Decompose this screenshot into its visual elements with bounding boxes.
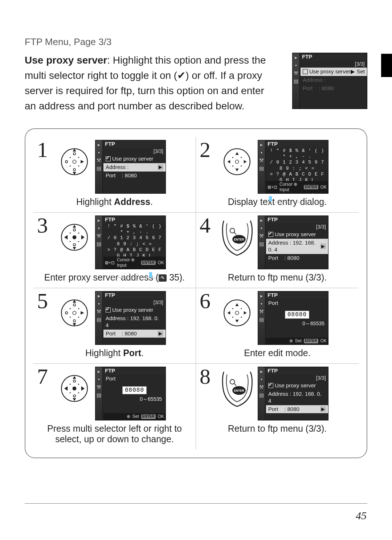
step-lcd: ▸•⚒▤ FTP ! " # $ % & ' ( ) * + , - . / 0… [95,215,166,269]
step-5: 5 ▸•⚒▤ FTP [3/3] Use proxy server Addres… [33,288,196,364]
multi-selector-icon [220,291,254,335]
step-4: 4 ENTER ▸•⚒▤ FTP [3/3] Use proxy server … [196,213,359,288]
svg-point-70 [70,392,71,393]
lcd-subtitle: Port [103,375,166,383]
lcd-title: FTP [103,291,166,299]
port-range: 0～65535 [103,395,166,403]
svg-point-71 [78,392,79,393]
svg-text:ENTER: ENTER [234,238,244,241]
svg-marker-14 [235,152,238,155]
lcd-title: FTP [266,367,328,375]
svg-point-11 [78,165,79,166]
row-port: Port : 8080▶ [103,330,166,338]
svg-point-68 [70,384,71,385]
lcd-title: FTP [103,216,166,223]
intro-lcd: ▸ • ⚒ ▤ FTP [3/3] Use proxy server ▶ Set… [292,53,367,109]
svg-marker-24 [64,235,68,239]
row-use-proxy: Use proxy server [266,382,328,390]
intro-block: Use proxy server: Highlight this option … [25,53,367,114]
svg-point-46 [70,308,71,309]
lcd-pagenum: [3/3] [301,61,367,68]
svg-point-19 [241,157,242,158]
svg-point-59 [241,317,242,318]
svg-point-31 [78,233,79,234]
step-1: 1 ▸•⚒▤ FTP [3/3] Use proxy server Addres… [33,137,196,213]
text-input-line: 192. 168. 0. 4 [106,271,163,278]
port-value-box: 08080 [103,387,166,394]
svg-point-23 [73,235,77,239]
help-bar: ⊠+⊡Cursor ⊕ InputENTEROK [266,181,328,193]
lcd-title: FTP [103,140,166,148]
row-port: Port : 8080 [266,254,328,262]
svg-point-1 [73,160,76,163]
lcd-title: FTP [266,140,328,148]
svg-point-18 [232,157,233,158]
arrow-right-icon: ▶ [158,164,163,170]
svg-marker-43 [81,311,84,314]
svg-point-57 [241,308,242,309]
step-caption: Enter edit mode. [200,348,355,358]
help-bar: ⊕SetENTEROK [266,338,328,344]
trash-icon: ▤ [293,78,299,85]
lcd-title: FTP [266,216,328,223]
page-body: FTP Menu, Page 3/3 Use proxy server: Hig… [0,0,392,458]
step-lcd: ▸•⚒▤ FTP ! " # $ % & ' ( ) * + , - . / 0… [258,140,328,194]
step-number: 5 [37,291,54,311]
svg-point-9 [78,157,79,158]
step-lcd: ▸•⚒▤ FTP Port 08080 0～65535 ⊕SetENTEROK [258,291,328,345]
svg-point-13 [235,160,238,163]
svg-point-4 [65,161,68,163]
step-number: 1 [37,140,54,160]
svg-text:ENTER: ENTER [234,389,244,392]
row-use-proxy: Use proxy server [103,155,166,163]
svg-point-10 [70,165,71,166]
keyboard-row: ! " # $ % & ' ( ) * + , - . [103,223,166,235]
step-lcd: ▸•⚒▤ FTP [3/3] Use proxy server Address … [258,367,328,420]
svg-marker-55 [244,311,247,314]
svg-point-61 [73,387,77,391]
lcd-pagenum: [3/3] [266,223,328,231]
lcd-title: FTP [266,291,328,299]
dot-icon: • [293,63,299,69]
step-8: 8 ENTER ▸•⚒▤ FTP [3/3] Use proxy server … [196,364,359,450]
lcd-subtitle: Port [266,299,328,307]
lcd-pagenum: [3/3] [103,299,166,306]
step-2: 2 ▸•⚒▤ FTP ! " # $ % & ' ( ) * + , - . /… [196,137,359,213]
lcd-title: FTP [301,53,367,61]
svg-marker-15 [235,169,238,172]
svg-point-32 [70,241,71,242]
step-caption: Return to ftp menu (3/3). [200,423,355,434]
svg-point-30 [70,233,71,234]
page-number: 45 [356,509,367,522]
svg-point-39 [73,311,76,314]
edge-tab [381,54,392,77]
row-address: Address : 192. 168. 0. 4 [266,390,328,405]
step-6: 6 ▸•⚒▤ FTP Port 08080 0～65535 ⊕SetENTERO… [196,288,359,364]
svg-point-33 [78,241,79,242]
row-address: Address : 192. 168. 0. 4 [103,314,166,330]
row-port: Port : 8080▶ [266,405,328,414]
lcd-pagenum: [3/3] [266,375,328,382]
footer-rule [25,503,367,504]
multi-selector-icon [57,291,91,335]
step-caption: Press multi selector left or right to se… [37,423,192,444]
row-use-proxy: Use proxy server ▶ Set [301,68,367,76]
svg-point-48 [70,317,71,318]
section-heading: FTP Menu, Page 3/3 [25,36,367,48]
svg-point-3 [73,169,75,171]
keyboard-row: ! " # $ % & ' ( ) * + , - . [266,148,328,160]
step-caption: Return to ftp menu (3/3). [200,272,355,283]
svg-point-58 [232,317,233,318]
keyboard-row: / 0 1 2 3 4 5 6 7 8 9 : ; < = [266,160,328,172]
svg-point-51 [235,311,238,314]
svg-point-67 [73,395,75,397]
step-number: 2 [200,140,216,160]
help-bar: ⊕SetENTEROK [103,413,166,420]
set-arrow: ▶ Set [351,68,365,75]
svg-marker-54 [227,311,230,314]
row-port: Port : 8080 [301,84,367,93]
svg-point-49 [78,317,79,318]
row-address: Address :▶ [103,163,166,172]
svg-marker-17 [244,160,247,163]
svg-marker-62 [64,386,68,391]
